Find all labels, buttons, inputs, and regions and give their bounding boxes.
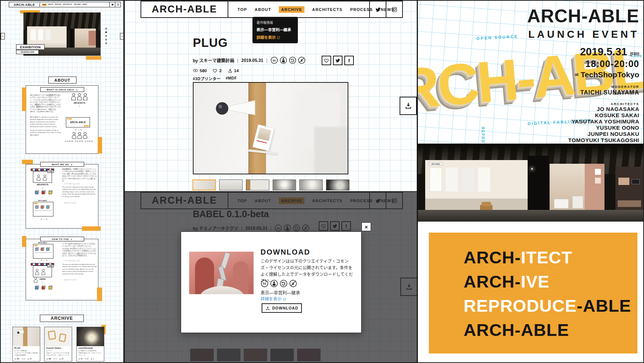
how-to-use-header[interactable]: HOW TO USE∧	[40, 237, 84, 241]
shapes-illustration	[34, 190, 53, 196]
card-title: Crunch Chairs	[46, 347, 61, 349]
external-link-icon	[283, 297, 287, 301]
mini-nav-news[interactable]: NEWS	[82, 4, 86, 6]
archive-card-crunch-chairs[interactable]: Crunch Chairs by ノイズ 合板フレームにアクリルパネルを差し込ん…	[44, 327, 72, 362]
carousel-dots[interactable]	[105, 28, 107, 44]
poster-time: 18:00-20:00	[527, 59, 639, 68]
facebook-share-button[interactable]: f	[344, 56, 354, 65]
cc-sa-icon	[289, 56, 296, 64]
carousel-next-button[interactable]: ›	[120, 33, 124, 40]
cc-icon	[261, 279, 269, 288]
instagram-button[interactable]	[386, 1, 402, 17]
site-header: ARCH-ABLE TOP ABOUT ARCHIVE ARCHITECTS P…	[141, 1, 403, 18]
cc-license-link2[interactable]: → CCライセンスについて	[62, 259, 97, 262]
modal-close-button[interactable]: ×	[362, 222, 371, 231]
nav-archive[interactable]: ARCHIVE	[279, 6, 304, 13]
nav-about[interactable]: ABOUT	[255, 7, 271, 12]
page-title: PLUG	[193, 36, 228, 50]
cc-by-icon	[270, 279, 278, 288]
nav-top[interactable]: TOP	[237, 7, 247, 12]
accent-bar	[98, 137, 102, 153]
cc-license-link[interactable]: → CCライセンスについて	[62, 182, 97, 185]
typo-line-1: ARCH-ITECT	[464, 247, 572, 267]
lab-illustration: LAB	[33, 171, 52, 183]
chevron-up-icon: ∧	[71, 238, 72, 240]
what-we-do-header[interactable]: WHAT WE DO∧	[40, 162, 84, 167]
twitter-share-button[interactable]	[333, 56, 342, 65]
tooltip-details-link[interactable]: 詳細を表示	[257, 34, 294, 40]
accent-bar	[22, 88, 26, 111]
mini-logo[interactable]: ARCH-ABLE	[9, 3, 40, 7]
cc-license-link2-en[interactable]: → about CC License	[62, 278, 97, 281]
tooltip-license: 表示—非営利—継承	[257, 27, 294, 32]
what-is-header[interactable]: WHAT IS ARCH-ABLE∧	[40, 87, 84, 92]
author[interactable]: by スキーマ建築計画	[193, 57, 234, 63]
likes-count: 2	[219, 68, 221, 73]
card-desc: 合板フレームにアクリルパネルを差し込んでできる、工具フリーチェア	[46, 352, 70, 356]
logo[interactable]: ARCH-ABLE	[141, 1, 228, 17]
thumbnail-5[interactable]	[299, 179, 323, 190]
download-fab-button[interactable]	[400, 97, 417, 115]
archive-card-plug[interactable]: PLUG by スキーマ建築計画 コンセントプラグを利用した組み替え可能な照明器…	[12, 327, 40, 362]
nav-architects[interactable]: ARCHITECTS	[312, 7, 342, 12]
modal-license-text: 表示—非営利—継承	[261, 289, 300, 296]
mini-nav-top[interactable]: TOP	[42, 4, 46, 6]
poster-date-suffix: [FRI]	[630, 52, 639, 56]
shapes-illustration2	[34, 285, 53, 292]
thumbnail-6[interactable]	[326, 179, 349, 190]
cc-nc-icon	[289, 279, 297, 288]
item-stats: 580 2 14	[193, 68, 239, 73]
download-icon	[404, 102, 412, 110]
tag[interactable]: #MDF	[226, 76, 237, 81]
mini-nav-archive[interactable]: ARCHIVE	[55, 4, 61, 6]
tag[interactable]: #3Dプリンター	[193, 76, 221, 81]
thumbnail-3[interactable]	[246, 179, 269, 190]
modal-download-button[interactable]: DOWNLOAD	[262, 303, 302, 313]
photo-spotlights	[440, 173, 441, 174]
likes-icon	[213, 68, 218, 73]
cc-by-icon	[280, 56, 287, 64]
like-button[interactable]	[322, 56, 331, 65]
mini-nav-architects[interactable]: ARCHITECTS	[63, 4, 72, 6]
cc-license-icons[interactable]	[270, 56, 306, 64]
external-link-icon	[277, 36, 280, 40]
users-illustration: USER USER USER	[64, 132, 95, 142]
thumbnail-1[interactable]	[192, 179, 216, 190]
lab-users-illustration: LAB	[33, 266, 52, 277]
card-image	[45, 327, 72, 346]
moderator-label: MODERATOR	[527, 85, 639, 89]
download-modal: DOWNLOAD このデザインは以下のクリエイティブ・コモンズ・ライセンスの元に…	[181, 231, 362, 333]
thumbnail-4[interactable]	[273, 179, 296, 190]
exhibition-label: EXHIBITION	[16, 44, 45, 50]
arrows-down: ↙ ↓ ↘	[34, 259, 54, 262]
about-title: ABOUT	[48, 77, 76, 84]
modal-details-link[interactable]: 詳細を表示	[261, 296, 287, 301]
cc-nc-icon	[298, 56, 306, 64]
instagram-icon[interactable]	[115, 2, 120, 7]
photo-left-gallery: ARCH-ABLE	[425, 160, 528, 215]
mini-nav-process[interactable]: PROCESS	[74, 4, 81, 6]
thumbnail-2[interactable]	[219, 179, 243, 190]
tag-list: #3Dプリンター #MDF	[193, 76, 237, 81]
twitter-button[interactable]	[369, 1, 386, 17]
architect-name: YASUTAKA YOSHIMURA	[527, 118, 639, 125]
plug-page-panel: ARCH-ABLE TOP ABOUT ARCHIVE ARCHITECTS P…	[124, 1, 417, 191]
moderator-name: TAICHI SUNAYAMA	[527, 90, 639, 96]
poster-at: at	[575, 72, 579, 77]
archive-card-oneoffshade[interactable]: one(off)shade by 早稲田大学 吉村靖孝研究室 手編み可能なパター…	[76, 327, 104, 362]
download-icon	[265, 306, 270, 311]
mini-header: ARCH-ABLE TOP ABOUT ARCHIVE ARCHITECTS P…	[9, 2, 121, 7]
archable-grid-illustration	[33, 202, 53, 216]
chevron-up-icon: ∧	[71, 163, 73, 166]
what-we-do-en: The architects taking part in this proje…	[62, 186, 97, 198]
mini-nav-about[interactable]: ABOUT	[48, 4, 53, 6]
cc-license-link-en[interactable]: → about CC License	[62, 201, 97, 204]
accent-bar	[97, 288, 102, 301]
carousel-prev-button[interactable]: ‹	[1, 33, 5, 40]
poster-text-block: ARCH-ABLE LAUNCH EVENT 2019.5.31 [FRI] 1…	[527, 7, 639, 145]
main-nav: TOP ABOUT ARCHIVE ARCHITECTS PROCESS NEW…	[228, 1, 369, 17]
cc-license-icons	[261, 279, 297, 288]
license-tooltip: 著作権情報 表示—非営利—継承 詳細を表示	[252, 17, 298, 43]
archable-grid-illustration2	[33, 244, 53, 259]
twitter-icon[interactable]	[109, 2, 115, 7]
